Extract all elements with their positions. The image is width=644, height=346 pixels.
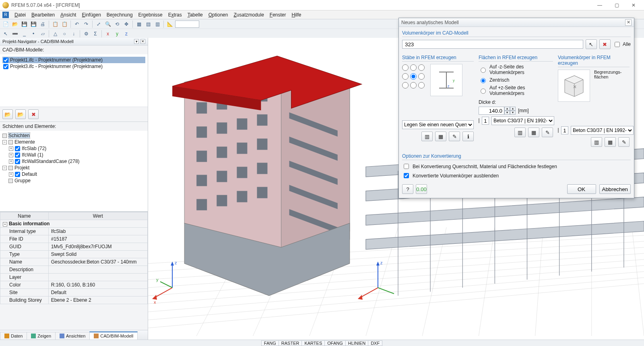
expander-ifcwall[interactable]: +	[9, 153, 13, 157]
status-kartes[interactable]: KARTES	[301, 340, 325, 346]
generate-icon[interactable]: ⚙	[82, 30, 90, 38]
select-icon[interactable]: ↖	[2, 30, 10, 38]
menu-ansicht[interactable]: Ansicht	[58, 11, 78, 19]
crosssection-select[interactable]: Legen Sie einen neuen Querschnitt	[402, 120, 474, 129]
menu-extras[interactable]: Extras	[166, 11, 184, 19]
ok-button[interactable]: OK	[567, 184, 596, 194]
print-icon[interactable]: 🖨	[39, 20, 47, 28]
menu-datei[interactable]: Datei	[12, 11, 28, 19]
node-icon[interactable]: •	[29, 30, 37, 38]
menu-ergebnisse[interactable]: Ergebnisse	[136, 11, 165, 19]
tree-ifcslab[interactable]: IfcSlab (72)	[22, 146, 46, 151]
material-select-solids[interactable]: Beton C30/37 | EN 1992-	[571, 126, 634, 135]
layers-tree[interactable]: Schichten −Elemente +IfcSlab (72) +IfcWa…	[0, 131, 148, 211]
panel-close-icon[interactable]: ✕	[140, 39, 145, 44]
tab-ansichten[interactable]: Ansichten	[55, 332, 90, 340]
tree-projekt[interactable]: Projekt	[14, 165, 29, 171]
rotate-icon[interactable]: ⟲	[113, 20, 121, 28]
tree-gruppe[interactable]: Gruppe	[14, 178, 31, 183]
tree-ifcwall[interactable]: IfcWall (1)	[22, 152, 43, 158]
axis-z-icon[interactable]: z	[122, 30, 130, 38]
copy-icon[interactable]: 📋	[51, 20, 59, 28]
measure-icon[interactable]: 📐	[166, 20, 174, 28]
app-menu-icon[interactable]: R	[2, 12, 9, 18]
cs-new-icon[interactable]: ▦	[435, 132, 446, 141]
tree-default[interactable]: Default	[22, 171, 37, 177]
axis-x-icon[interactable]: x	[104, 30, 112, 38]
menu-einfuegen[interactable]: Einfügen	[79, 11, 103, 19]
model-check-2[interactable]	[3, 64, 8, 69]
tree-schichten[interactable]: Schichten	[8, 133, 30, 138]
pick-icon[interactable]: ↖	[586, 39, 597, 49]
cancel-button[interactable]: Abbrechen	[599, 184, 631, 194]
tree-ifcwallstd[interactable]: IfcWallStandardCase (278)	[22, 159, 80, 164]
redo-icon[interactable]: ↷	[82, 20, 90, 28]
status-dxf[interactable]: DXF	[368, 340, 382, 346]
menu-hilfe[interactable]: Hilfe	[289, 11, 304, 19]
expander-projekt[interactable]: −	[2, 166, 7, 170]
units-icon[interactable]: 0.00	[416, 184, 427, 194]
opt-hide-checkbox[interactable]: Konvertierte Volumenkörper ausblenden	[402, 172, 631, 179]
saveall-icon[interactable]: 💾	[29, 20, 37, 28]
find-input[interactable]	[175, 21, 199, 28]
hinge-icon[interactable]: ○	[60, 30, 68, 38]
status-raster[interactable]: RASTER	[279, 340, 302, 346]
tab-daten[interactable]: Daten	[0, 332, 27, 340]
opt-convert-checkbox[interactable]: Bei Konvertierung Querschnitt, Material …	[402, 163, 631, 170]
minimize-button[interactable]: —	[592, 1, 608, 10]
material-index[interactable]	[482, 117, 489, 125]
paste-icon[interactable]: 📋	[60, 20, 68, 28]
menu-tabelle[interactable]: Tabelle	[185, 11, 205, 19]
menu-fenster[interactable]: Fenster	[267, 11, 289, 19]
open-icon[interactable]: 📂	[11, 20, 19, 28]
close-button[interactable]: ✕	[625, 1, 642, 10]
pan-icon[interactable]: ✥	[122, 20, 130, 28]
spin-up-icon[interactable]: ▴	[504, 107, 510, 111]
material-index-2[interactable]	[561, 126, 568, 134]
status-ofang[interactable]: OFANG	[324, 340, 346, 346]
calc-icon[interactable]: Σ	[91, 30, 99, 38]
zoomwin-icon[interactable]: 🔍	[104, 20, 112, 28]
mat2-edit-icon[interactable]: ✎	[618, 137, 630, 147]
mat-edit-icon[interactable]: ✎	[542, 128, 553, 137]
check-ifcwallstd[interactable]	[15, 159, 20, 164]
new-icon[interactable]: 📄	[2, 20, 10, 28]
tree-elemente[interactable]: Elemente	[14, 139, 35, 145]
support-icon[interactable]: △	[51, 30, 59, 38]
mat-lib-icon[interactable]: ▥	[514, 128, 526, 137]
radio-zentrisch[interactable]: Zentrisch	[479, 77, 553, 83]
zoomfit-icon[interactable]: ⤢	[95, 20, 103, 28]
solids-input[interactable]	[402, 40, 583, 49]
surface-icon[interactable]: ▱	[39, 30, 47, 38]
props-icon[interactable]: ▤	[144, 20, 152, 28]
expander-ifcwallstd[interactable]: +	[9, 159, 13, 164]
expander-default[interactable]: +	[9, 172, 13, 177]
axis-y-icon[interactable]: y	[113, 30, 121, 38]
help-icon[interactable]: ?	[402, 184, 413, 194]
save-icon[interactable]: 💾	[20, 20, 28, 28]
load-icon[interactable]: ↓	[70, 30, 78, 38]
menu-bearbeiten[interactable]: Bearbeiten	[29, 11, 57, 19]
dialog-close-icon[interactable]: ✕	[625, 19, 632, 26]
mat2-new-icon[interactable]: ▦	[605, 137, 616, 147]
menu-zusatzmodule[interactable]: Zusatzmodule	[231, 11, 266, 19]
model-item-2[interactable]: Projekt3.ifc - Projektnummer (Projektnam…	[2, 63, 145, 70]
panel-pin-icon[interactable]: ▾	[134, 39, 139, 44]
expander-ifcslab[interactable]: +	[9, 146, 13, 151]
models-open-icon[interactable]: 📂	[2, 109, 13, 119]
radio-plus-z[interactable]: Auf +z-Seite des Volumenkörpers	[479, 85, 553, 96]
expander-basicinfo[interactable]: −	[3, 222, 7, 227]
cs-info-icon[interactable]: ℹ	[462, 132, 474, 141]
spin-up2-icon[interactable]: ▴	[510, 107, 516, 111]
menu-optionen[interactable]: Optionen	[206, 11, 231, 19]
models-open2-icon[interactable]: 📂	[15, 109, 26, 119]
mat2-lib-icon[interactable]: ▥	[591, 137, 602, 147]
tab-cadbim[interactable]: CAD/BIM-Modell	[89, 332, 138, 340]
undo-icon[interactable]: ↶	[73, 20, 81, 28]
table-icon[interactable]: ▦	[135, 20, 143, 28]
member-position-radio[interactable]	[402, 64, 425, 89]
cs-edit-icon[interactable]: ✎	[449, 132, 460, 141]
check-ifcslab[interactable]	[15, 146, 20, 151]
alle-checkbox[interactable]: Alle	[613, 41, 631, 48]
menu-berechnung[interactable]: Berechnung	[104, 11, 135, 19]
